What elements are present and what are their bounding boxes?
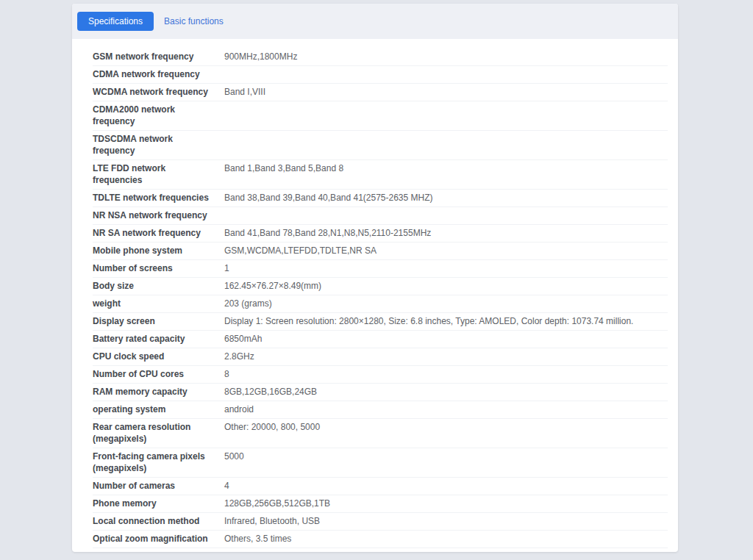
- table-row: CPU clock speed 2.8GHz: [93, 348, 668, 366]
- table-row: Optical zoom magnification Others, 3.5 t…: [93, 531, 668, 548]
- table-row: LTE FDD network frequencies Band 1,Band …: [93, 160, 668, 190]
- table-row: CDMA network frequency: [93, 66, 668, 84]
- row-value: 4: [224, 480, 668, 492]
- row-value: Band 41,Band 78,Band 28,N1,N8,N5,2110-21…: [224, 227, 668, 239]
- row-value: 8GB,12GB,16GB,24GB: [224, 386, 668, 398]
- row-value: [224, 68, 668, 80]
- spec-content: GSM network frequency 900MHz,1800MHz CDM…: [72, 39, 678, 552]
- row-value: 2.8GHz: [224, 351, 668, 362]
- row-value: 203 (grams): [224, 298, 668, 309]
- row-value: 5000: [224, 450, 668, 462]
- row-value: Others, 3.5 times: [224, 533, 668, 545]
- table-row: Rear camera resolution (megapixels) Othe…: [93, 419, 668, 448]
- row-label: WCDMA network frequency: [93, 86, 224, 98]
- row-label: Rear camera resolution (megapixels): [93, 421, 224, 445]
- row-label: RAM memory capacity: [93, 386, 224, 398]
- row-label: Number of cameras: [93, 480, 224, 492]
- spec-table: GSM network frequency 900MHz,1800MHz CDM…: [93, 49, 668, 552]
- row-label: CDMA2000 network frequency: [93, 104, 224, 127]
- row-value: 6850mAh: [224, 333, 668, 345]
- row-label: CPU clock speed: [93, 351, 224, 362]
- row-label: Battery rated capacity: [93, 333, 224, 345]
- table-row: Mobile phone system GSM,WCDMA,LTEFDD,TDL…: [93, 243, 668, 260]
- row-value: android: [224, 403, 668, 415]
- table-row: RAM memory capacity 8GB,12GB,16GB,24GB: [93, 384, 668, 401]
- table-row: NR SA network frequency Band 41,Band 78,…: [93, 225, 668, 243]
- tab-basic-functions[interactable]: Basic functions: [164, 16, 224, 26]
- table-row: Display screen Display 1: Screen resolut…: [93, 313, 668, 331]
- row-value: Band 1,Band 3,Band 5,Band 8: [224, 162, 668, 174]
- row-value: [224, 104, 668, 115]
- table-row: Number of CPU cores 8: [93, 366, 668, 384]
- row-value: 1: [224, 262, 668, 274]
- row-value: [224, 209, 668, 221]
- row-label: Number of CPU cores: [93, 368, 224, 380]
- row-label: Mobile phone system: [93, 245, 224, 256]
- table-row: WCDMA network frequency Band I,VIII: [93, 84, 668, 101]
- row-value: 900MHz,1800MHz: [224, 51, 668, 62]
- row-label: operating system: [93, 403, 224, 415]
- spec-card: Specifications Basic functions GSM netwo…: [72, 4, 678, 552]
- tab-specifications[interactable]: Specifications: [77, 12, 154, 31]
- row-value: Band 38,Band 39,Band 40,Band 41(2575-263…: [224, 192, 668, 204]
- row-value: 128GB,256GB,512GB,1TB: [224, 498, 668, 509]
- table-row: weight 203 (grams): [93, 295, 668, 313]
- row-value: GSM,WCDMA,LTEFDD,TDLTE,NR SA: [224, 245, 668, 256]
- row-value: Display 1: Screen resolution: 2800×1280,…: [224, 315, 668, 327]
- row-value: Infrared, Bluetooth, USB: [224, 515, 668, 527]
- row-label: Local connection method: [93, 515, 224, 527]
- row-value: 8: [224, 368, 668, 380]
- row-value: Band I,VIII: [224, 86, 668, 98]
- table-row: TDLTE network frequencies Band 38,Band 3…: [93, 190, 668, 207]
- table-row: Phone memory 128GB,256GB,512GB,1TB: [93, 495, 668, 513]
- row-label: custom made: [93, 550, 224, 552]
- table-row: Local connection method Infrared, Blueto…: [93, 513, 668, 531]
- row-label: TDLTE network frequencies: [93, 192, 224, 204]
- row-value: 162.45×76.27×8.49(mm): [224, 280, 668, 292]
- row-label: CDMA network frequency: [93, 68, 224, 80]
- row-label: TDSCDMA network frequency: [93, 133, 224, 157]
- table-row: NR NSA network frequency: [93, 207, 668, 225]
- table-row: Front-facing camera pixels (megapixels) …: [93, 448, 668, 478]
- table-row: CDMA2000 network frequency: [93, 101, 668, 131]
- table-row: Number of cameras 4: [93, 478, 668, 495]
- row-label: Optical zoom magnification: [93, 533, 224, 545]
- table-row: custom made: [93, 548, 668, 552]
- row-label: Phone memory: [93, 498, 224, 509]
- row-label: NR SA network frequency: [93, 227, 224, 239]
- row-label: LTE FDD network frequencies: [93, 162, 224, 186]
- row-label: Front-facing camera pixels (megapixels): [93, 450, 224, 474]
- table-row: GSM network frequency 900MHz,1800MHz: [93, 49, 668, 66]
- row-label: NR NSA network frequency: [93, 209, 224, 221]
- row-label: weight: [93, 298, 224, 309]
- row-label: Display screen: [93, 315, 224, 327]
- row-value: [224, 133, 668, 145]
- row-label: GSM network frequency: [93, 51, 224, 62]
- row-value: [224, 550, 668, 552]
- table-row: Battery rated capacity 6850mAh: [93, 331, 668, 348]
- table-row: Body size 162.45×76.27×8.49(mm): [93, 278, 668, 295]
- row-value: Other: 20000, 800, 5000: [224, 421, 668, 433]
- table-row: operating system android: [93, 401, 668, 419]
- table-row: TDSCDMA network frequency: [93, 131, 668, 160]
- table-row: Number of screens 1: [93, 260, 668, 278]
- tab-bar: Specifications Basic functions: [72, 4, 678, 39]
- row-label: Number of screens: [93, 262, 224, 274]
- row-label: Body size: [93, 280, 224, 292]
